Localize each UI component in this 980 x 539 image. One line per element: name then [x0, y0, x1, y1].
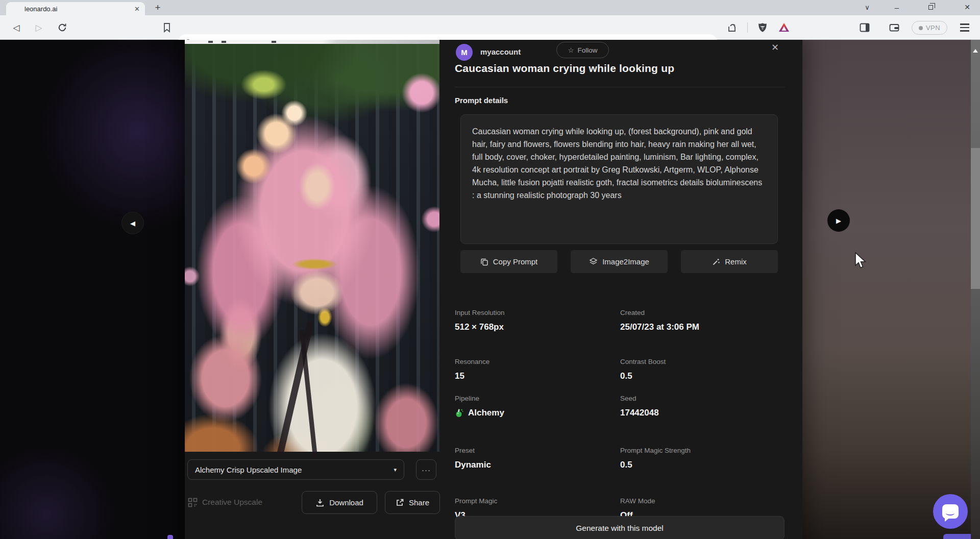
- vpn-label: VPN: [926, 24, 940, 32]
- browser-toolbar: ◁ ▷ app.leonardo.ai VPN: [0, 15, 980, 40]
- chat-launcher-button[interactable]: [933, 494, 968, 529]
- window-restore-button[interactable]: [922, 0, 939, 14]
- brave-rewards-icon[interactable]: [775, 15, 793, 40]
- star-icon: ☆: [568, 46, 574, 54]
- variant-dropdown[interactable]: Alchemy Crisp Upscaled Image ▾: [187, 459, 404, 480]
- follow-label: Follow: [578, 46, 598, 54]
- meta-seed: Seed 17442048: [620, 394, 778, 419]
- cutoff-element: [167, 535, 173, 539]
- remix-button[interactable]: Remix: [681, 250, 778, 273]
- username[interactable]: myaccount: [480, 47, 521, 56]
- divider: [455, 87, 785, 87]
- generated-image[interactable]: [185, 44, 439, 452]
- image-detail-modal: Alchemy Crisp Upscaled Image ▾ ··· Creat…: [185, 40, 802, 539]
- browser-tab[interactable]: leonardo.ai ✕: [6, 2, 145, 15]
- alchemy-flask-icon: [455, 408, 464, 418]
- next-image-button[interactable]: ▶: [827, 209, 850, 232]
- image2image-button[interactable]: Image2Image: [571, 250, 668, 273]
- download-button[interactable]: Download: [302, 491, 377, 514]
- follow-button[interactable]: ☆ Follow: [556, 42, 609, 58]
- bookmarks-icon[interactable]: [158, 15, 176, 40]
- remix-label: Remix: [725, 257, 747, 266]
- page-title: Caucasian woman crying while looking up: [455, 62, 674, 75]
- tab-close-icon[interactable]: ✕: [134, 5, 140, 13]
- image-detail: [300, 330, 317, 457]
- sidebar-icon[interactable]: [855, 15, 874, 40]
- brave-shield-icon[interactable]: [753, 15, 772, 40]
- image-top-edge: [185, 40, 439, 44]
- variant-label: Alchemy Crisp Upscaled Image: [195, 465, 302, 474]
- previous-image-button[interactable]: ◀: [121, 212, 144, 234]
- backdrop-right: [802, 40, 971, 539]
- page-content: Alchemy Crisp Upscaled Image ▾ ··· Creat…: [0, 40, 980, 539]
- vpn-status-dot-icon: [919, 26, 923, 30]
- chevron-down-icon: ▾: [394, 467, 397, 473]
- share-page-icon[interactable]: [723, 15, 741, 40]
- copy-prompt-label: Copy Prompt: [493, 257, 538, 266]
- scrollbar-thumb[interactable]: [971, 148, 980, 289]
- cutoff-element: [943, 534, 974, 539]
- screen: leonardo.ai ✕ + ∨ – ✕ ◁ ▷ app.leonardo.a…: [0, 0, 980, 539]
- prompt-actions-row: Copy Prompt Image2Image Remix: [460, 250, 778, 273]
- prompt-details-heading: Prompt details: [455, 96, 508, 105]
- vpn-badge[interactable]: VPN: [912, 21, 947, 35]
- meta-preset: Preset Dynamic: [455, 446, 613, 471]
- share-button[interactable]: Share: [385, 491, 440, 514]
- browser-tab-strip: leonardo.ai ✕ + ∨ – ✕: [0, 0, 980, 15]
- avatar[interactable]: M: [456, 44, 473, 61]
- new-tab-button[interactable]: +: [151, 2, 164, 14]
- chat-bubble-icon: [942, 504, 959, 519]
- wallet-icon[interactable]: [885, 15, 903, 40]
- detail-panel: M myaccount ☆ Follow ✕ Caucasian woman c…: [455, 40, 785, 539]
- wand-icon: [712, 258, 720, 266]
- download-icon: [315, 498, 325, 507]
- forward-button: ▷: [30, 15, 48, 40]
- meta-resonance: Resonance 15: [455, 357, 613, 382]
- toolbar-divider: [747, 22, 748, 33]
- share-label: Share: [409, 498, 429, 507]
- prompt-text-box: Caucasian woman crying while looking up,…: [460, 114, 778, 244]
- meta-contrast-boost: Contrast Boost 0.5: [620, 357, 778, 382]
- download-label: Download: [329, 498, 363, 507]
- share-icon: [396, 498, 404, 507]
- copy-icon: [480, 258, 488, 266]
- reload-button[interactable]: [53, 15, 71, 40]
- tab-title: leonardo.ai: [24, 5, 134, 13]
- page-scrollbar[interactable]: [971, 40, 980, 539]
- layers-icon: [589, 257, 598, 266]
- tab-search-chevron-icon[interactable]: ∨: [859, 0, 876, 14]
- window-minimize-button[interactable]: –: [888, 0, 905, 14]
- copy-prompt-button[interactable]: Copy Prompt: [460, 250, 557, 273]
- backdrop-glow: [0, 438, 122, 539]
- back-button[interactable]: ◁: [7, 15, 26, 40]
- generate-with-model-button[interactable]: Generate with this model: [455, 516, 785, 539]
- more-options-button[interactable]: ···: [416, 459, 436, 480]
- upscale-grid-icon: [188, 498, 198, 507]
- meta-created: Created 25/07/23 at 3:06 PM: [620, 308, 778, 333]
- leonardo-favicon-icon: [11, 5, 20, 13]
- creative-upscale-label: Creative Upscale: [202, 498, 262, 507]
- mouse-cursor: [854, 252, 868, 270]
- image2image-label: Image2Image: [602, 257, 649, 266]
- meta-input-resolution: Input Resolution 512 × 768px: [455, 308, 613, 333]
- browser-menu-icon[interactable]: [955, 15, 974, 40]
- close-icon[interactable]: ✕: [771, 42, 779, 53]
- scroll-up-arrow-icon[interactable]: [973, 49, 978, 53]
- window-close-button[interactable]: ✕: [959, 0, 976, 14]
- meta-prompt-magic-strength: Prompt Magic Strength 0.5: [620, 446, 778, 471]
- meta-pipeline: Pipeline Alchemy: [455, 394, 613, 419]
- creative-upscale-button[interactable]: Creative Upscale: [188, 491, 262, 513]
